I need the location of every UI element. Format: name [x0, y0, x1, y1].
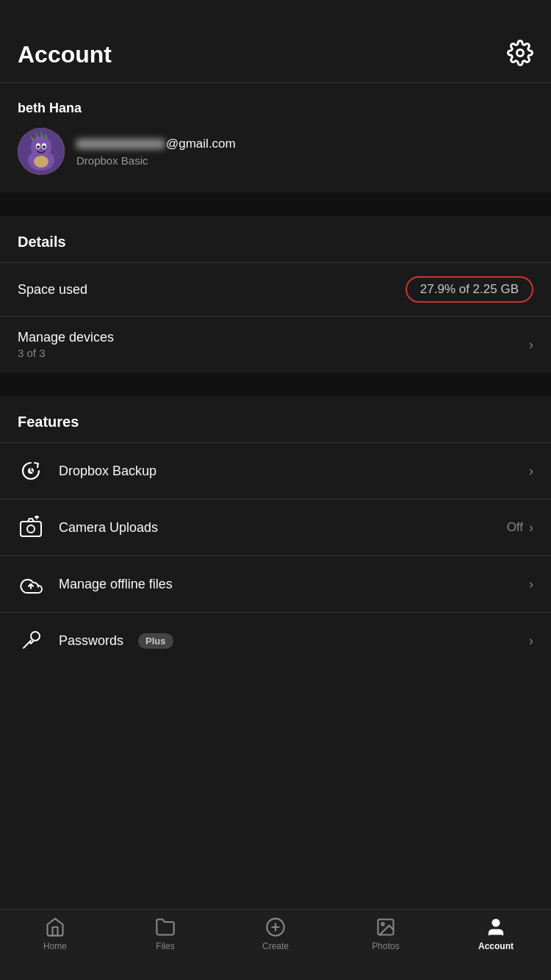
- svg-point-16: [31, 632, 40, 641]
- svg-rect-14: [21, 522, 41, 536]
- nav-item-photos[interactable]: Photos: [331, 917, 441, 951]
- settings-button[interactable]: [507, 40, 533, 69]
- feature-camera-right: Off ›: [507, 520, 533, 536]
- feature-camera-label: Camera Uploads: [59, 520, 158, 536]
- space-used-badge: 27.9% of 2.25 GB: [406, 276, 533, 303]
- plus-badge: Plus: [138, 633, 173, 649]
- feature-camera-chevron-icon: ›: [529, 520, 533, 536]
- manage-devices-chevron-icon: ›: [529, 337, 533, 353]
- nav-item-account[interactable]: Account: [441, 917, 551, 951]
- feature-row-offline[interactable]: Manage offline files ›: [0, 555, 551, 612]
- features-section: Features Dropbox Backup ›: [0, 396, 551, 669]
- page-title: Account: [18, 41, 112, 68]
- feature-backup-label: Dropbox Backup: [59, 464, 156, 479]
- feature-backup-right: ›: [529, 464, 533, 479]
- avatar[interactable]: [18, 128, 65, 175]
- svg-point-15: [27, 525, 35, 533]
- section-gap-1: [0, 192, 551, 216]
- details-section: Details Space used 27.9% of 2.25 GB Mana…: [0, 216, 551, 372]
- feature-row-backup-left: Dropbox Backup: [18, 458, 156, 484]
- feature-row-passwords[interactable]: Passwords Plus ›: [0, 612, 551, 669]
- nav-photos-label: Photos: [372, 941, 399, 951]
- camera-uploads-icon: [18, 514, 44, 541]
- offline-files-icon: [18, 571, 44, 597]
- dropbox-backup-icon: [18, 458, 44, 484]
- space-used-right: 27.9% of 2.25 GB: [406, 276, 533, 303]
- feature-row-passwords-left: Passwords Plus: [18, 627, 173, 654]
- features-section-header: Features: [0, 396, 551, 442]
- create-icon: [265, 917, 286, 937]
- space-used-label: Space used: [18, 282, 87, 298]
- user-name: beth Hana: [18, 101, 533, 116]
- feature-camera-value: Off: [507, 520, 523, 535]
- nav-item-home[interactable]: Home: [0, 917, 110, 951]
- details-section-header: Details: [0, 216, 551, 262]
- nav-create-label: Create: [262, 941, 289, 951]
- svg-point-22: [492, 920, 499, 926]
- files-icon: [155, 917, 176, 937]
- user-plan: Dropbox Basic: [76, 154, 236, 167]
- feature-row-camera[interactable]: Camera Uploads Off ›: [0, 499, 551, 555]
- nav-files-label: Files: [156, 941, 174, 951]
- photos-icon: [375, 917, 396, 937]
- avatar-image: [18, 128, 65, 175]
- manage-devices-label: Manage devices: [18, 330, 114, 345]
- feature-offline-right: ›: [529, 577, 533, 592]
- section-gap-2: [0, 372, 551, 396]
- nav-item-files[interactable]: Files: [110, 917, 220, 951]
- bottom-nav: Home Files Create Photo: [0, 909, 551, 980]
- feature-row-offline-left: Manage offline files: [18, 571, 173, 597]
- feature-passwords-right: ›: [529, 633, 533, 649]
- nav-account-label: Account: [478, 941, 514, 951]
- manage-devices-sub: 3 of 3: [18, 347, 114, 359]
- feature-passwords-chevron-icon: ›: [529, 633, 533, 649]
- nav-home-label: Home: [43, 941, 67, 951]
- feature-offline-label: Manage offline files: [59, 577, 173, 592]
- home-icon: [45, 917, 65, 937]
- user-details: @gmail.com Dropbox Basic: [76, 137, 236, 167]
- account-icon: [486, 917, 506, 937]
- user-info-row: @gmail.com Dropbox Basic: [18, 128, 533, 175]
- user-section: beth Hana: [0, 83, 551, 192]
- nav-item-create[interactable]: Create: [220, 917, 331, 951]
- feature-row-backup[interactable]: Dropbox Backup ›: [0, 442, 551, 499]
- svg-point-6: [37, 145, 40, 148]
- feature-passwords-label: Passwords: [59, 633, 123, 649]
- email-blur: [76, 139, 165, 149]
- manage-devices-left: Manage devices 3 of 3: [18, 330, 114, 359]
- account-header: Account: [0, 0, 551, 82]
- main-content: Account beth Hana: [0, 0, 551, 740]
- gear-icon: [507, 40, 533, 66]
- passwords-icon: [18, 627, 44, 654]
- manage-devices-row[interactable]: Manage devices 3 of 3 ›: [0, 316, 551, 372]
- svg-point-21: [381, 923, 384, 926]
- space-used-row[interactable]: Space used 27.9% of 2.25 GB: [0, 262, 551, 316]
- feature-row-camera-left: Camera Uploads: [18, 514, 158, 541]
- manage-devices-right: ›: [529, 337, 533, 353]
- feature-backup-chevron-icon: ›: [529, 464, 533, 479]
- svg-point-8: [34, 156, 48, 167]
- svg-point-7: [43, 145, 46, 148]
- user-email: @gmail.com: [76, 137, 236, 151]
- svg-point-0: [517, 50, 524, 57]
- feature-offline-chevron-icon: ›: [529, 577, 533, 592]
